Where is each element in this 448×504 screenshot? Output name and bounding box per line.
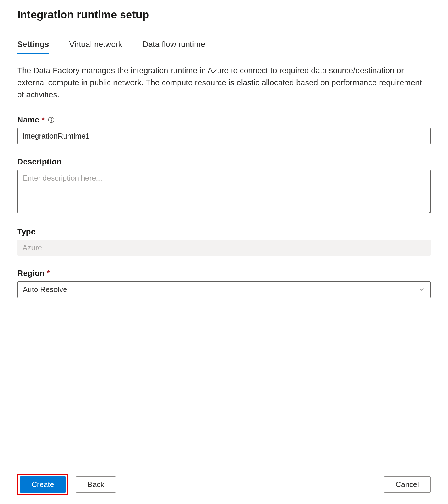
page-title: Integration runtime setup bbox=[17, 9, 431, 21]
required-marker: * bbox=[47, 269, 50, 278]
region-select-wrapper: Auto Resolve bbox=[17, 281, 431, 298]
tab-data-flow-runtime[interactable]: Data flow runtime bbox=[142, 35, 205, 54]
description-field-group: Description bbox=[17, 157, 431, 214]
region-select[interactable]: Auto Resolve bbox=[17, 281, 431, 298]
type-label: Type bbox=[17, 227, 431, 236]
description-label-text: Description bbox=[17, 157, 62, 166]
region-label-text: Region bbox=[17, 269, 45, 278]
tab-virtual-network[interactable]: Virtual network bbox=[69, 35, 122, 54]
region-field-group: Region * Auto Resolve bbox=[17, 269, 431, 298]
info-icon[interactable] bbox=[48, 117, 54, 123]
name-label: Name * bbox=[17, 115, 431, 124]
footer: Create Back Cancel bbox=[17, 465, 431, 495]
description-input[interactable] bbox=[17, 170, 431, 213]
name-input[interactable] bbox=[17, 128, 431, 144]
type-readonly: Azure bbox=[17, 240, 431, 256]
region-label: Region * bbox=[17, 269, 431, 278]
tab-description: The Data Factory manages the integration… bbox=[17, 65, 431, 101]
create-button[interactable]: Create bbox=[20, 476, 66, 493]
type-label-text: Type bbox=[17, 227, 35, 236]
back-button[interactable]: Back bbox=[76, 476, 116, 493]
tabs-container: Settings Virtual network Data flow runti… bbox=[17, 35, 431, 54]
cancel-button[interactable]: Cancel bbox=[384, 476, 431, 493]
svg-point-2 bbox=[51, 118, 52, 119]
name-label-text: Name bbox=[17, 115, 39, 124]
name-field-group: Name * bbox=[17, 115, 431, 144]
required-marker: * bbox=[41, 115, 45, 124]
tab-settings[interactable]: Settings bbox=[17, 35, 49, 54]
type-field-group: Type Azure bbox=[17, 227, 431, 256]
description-label: Description bbox=[17, 157, 431, 166]
footer-left: Create Back bbox=[17, 474, 116, 495]
create-highlight: Create bbox=[17, 474, 68, 495]
